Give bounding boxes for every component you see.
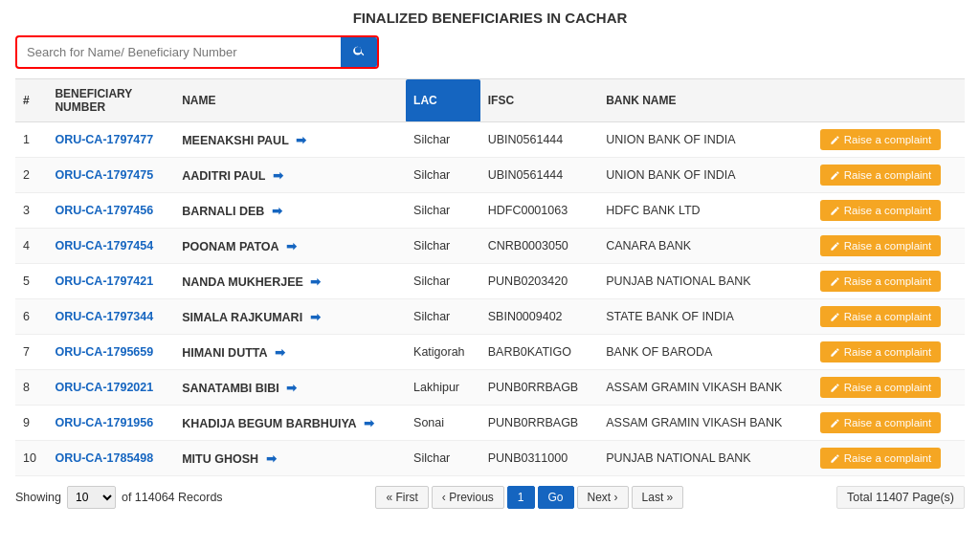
- row-num: 9: [15, 406, 47, 441]
- nav-arrow-icon: ➡: [296, 133, 306, 147]
- nav-arrow-icon: ➡: [310, 310, 321, 324]
- row-name: KHADIJA BEGUM BARBHUIYA ➡: [174, 406, 406, 441]
- raise-complaint-button[interactable]: Raise a complaint: [820, 306, 941, 327]
- beneficiary-link[interactable]: ORU-CA-1797477: [55, 133, 153, 146]
- raise-complaint-button[interactable]: Raise a complaint: [820, 200, 941, 221]
- beneficiary-link[interactable]: ORU-CA-1797454: [55, 239, 153, 253]
- row-action: Raise a complaint: [813, 335, 965, 370]
- row-lac: Silchar: [406, 299, 480, 335]
- row-name: SIMALA RAJKUMARI ➡: [174, 299, 406, 335]
- row-beneficiary-number: ORU-CA-1795659: [47, 335, 174, 370]
- beneficiary-link[interactable]: ORU-CA-1797456: [55, 204, 153, 217]
- row-beneficiary-number: ORU-CA-1797421: [47, 264, 174, 299]
- row-bank: UNION BANK OF INDIA: [598, 122, 813, 158]
- col-ben-number: BENEFICIARYNUMBER: [47, 79, 174, 122]
- raise-complaint-button[interactable]: Raise a complaint: [820, 129, 941, 150]
- next-button[interactable]: Next ›: [577, 486, 629, 509]
- nav-arrow-icon: ➡: [364, 416, 374, 430]
- current-page-button[interactable]: 1: [507, 486, 535, 509]
- row-name: MEENAKSHI PAUL ➡: [174, 122, 406, 158]
- table-row: 6ORU-CA-1797344SIMALA RAJKUMARI ➡Silchar…: [15, 299, 965, 335]
- total-pages: Total 11407 Page(s): [836, 486, 965, 509]
- nav-arrow-icon: ➡: [286, 239, 297, 253]
- row-ifsc: UBIN0561444: [480, 158, 598, 193]
- row-bank: HDFC BANK LTD: [598, 193, 813, 229]
- beneficiary-link[interactable]: ORU-CA-1797344: [55, 310, 153, 323]
- row-ifsc: HDFC0001063: [480, 193, 598, 229]
- row-num: 4: [15, 229, 47, 264]
- showing-section: Showing 10 25 50 100 of 114064 Records: [15, 486, 223, 509]
- row-num: 7: [15, 335, 47, 370]
- row-action: Raise a complaint: [813, 406, 965, 441]
- pagination-buttons: « First ‹ Previous 1 Go Next › Last »: [375, 486, 683, 509]
- page-title: FINALIZED BENEFICIARIES IN CACHAR: [15, 10, 965, 26]
- raise-complaint-button[interactable]: Raise a complaint: [820, 235, 941, 256]
- table-row: 4ORU-CA-1797454POONAM PATOA ➡SilcharCNRB…: [15, 229, 965, 264]
- row-beneficiary-number: ORU-CA-1797477: [47, 122, 174, 158]
- search-button[interactable]: [341, 37, 377, 67]
- row-beneficiary-number: ORU-CA-1797475: [47, 158, 174, 193]
- row-lac: Silchar: [406, 122, 480, 158]
- first-button[interactable]: « First: [375, 486, 428, 509]
- beneficiaries-table: # BENEFICIARYNUMBER NAME LAC IFSC BANK N…: [15, 78, 965, 476]
- prev-button[interactable]: ‹ Previous: [432, 486, 504, 509]
- row-bank: PUNJAB NATIONAL BANK: [598, 441, 813, 476]
- row-lac: Silchar: [406, 193, 480, 229]
- row-lac: Silchar: [406, 229, 480, 264]
- row-bank: BANK OF BARODA: [598, 335, 813, 370]
- row-num: 5: [15, 264, 47, 299]
- row-bank: CANARA BANK: [598, 229, 813, 264]
- raise-complaint-button[interactable]: Raise a complaint: [820, 271, 941, 292]
- beneficiary-link[interactable]: ORU-CA-1792021: [55, 381, 153, 394]
- row-action: Raise a complaint: [813, 122, 965, 158]
- row-name: POONAM PATOA ➡: [174, 229, 406, 264]
- table-row: 9ORU-CA-1791956KHADIJA BEGUM BARBHUIYA ➡…: [15, 406, 965, 441]
- beneficiary-link[interactable]: ORU-CA-1795659: [55, 345, 153, 359]
- table-row: 2ORU-CA-1797475AADITRI PAUL ➡SilcharUBIN…: [15, 158, 965, 193]
- search-input[interactable]: [17, 38, 341, 66]
- pencil-icon: [830, 312, 840, 322]
- col-name: NAME: [174, 79, 406, 122]
- row-lac: Silchar: [406, 158, 480, 193]
- row-beneficiary-number: ORU-CA-1792021: [47, 370, 174, 406]
- beneficiary-link[interactable]: ORU-CA-1785498: [55, 451, 153, 465]
- showing-label: Showing: [15, 491, 61, 504]
- col-bank: BANK NAME: [598, 79, 813, 122]
- go-button[interactable]: Go: [538, 486, 574, 509]
- pencil-icon: [830, 206, 840, 216]
- raise-complaint-button[interactable]: Raise a complaint: [820, 165, 941, 186]
- row-name: NANDA MUKHERJEE ➡: [174, 264, 406, 299]
- table-row: 1ORU-CA-1797477MEENAKSHI PAUL ➡SilcharUB…: [15, 122, 965, 158]
- row-ifsc: PUNB0RRBAGB: [480, 370, 598, 406]
- raise-complaint-button[interactable]: Raise a complaint: [820, 448, 941, 469]
- nav-arrow-icon: ➡: [310, 274, 321, 289]
- search-icon: [352, 44, 366, 57]
- beneficiary-link[interactable]: ORU-CA-1797475: [55, 168, 153, 182]
- beneficiary-link[interactable]: ORU-CA-1791956: [55, 416, 153, 429]
- row-name: HIMANI DUTTA ➡: [174, 335, 406, 370]
- beneficiaries-table-container: # BENEFICIARYNUMBER NAME LAC IFSC BANK N…: [15, 78, 965, 476]
- raise-complaint-button[interactable]: Raise a complaint: [820, 377, 941, 398]
- search-bar: [15, 35, 379, 69]
- raise-complaint-button[interactable]: Raise a complaint: [820, 412, 941, 433]
- nav-arrow-icon: ➡: [272, 204, 282, 218]
- row-num: 10: [15, 441, 47, 476]
- row-action: Raise a complaint: [813, 299, 965, 335]
- raise-complaint-button[interactable]: Raise a complaint: [820, 341, 941, 362]
- of-records-label: of 114064 Records: [122, 491, 223, 504]
- pencil-icon: [830, 347, 840, 358]
- last-button[interactable]: Last »: [632, 486, 684, 509]
- pencil-icon: [830, 135, 840, 145]
- nav-arrow-icon: ➡: [266, 451, 277, 466]
- col-num: #: [15, 79, 47, 122]
- beneficiary-link[interactable]: ORU-CA-1797421: [55, 274, 153, 288]
- row-num: 3: [15, 193, 47, 229]
- pagination-bar: Showing 10 25 50 100 of 114064 Records «…: [15, 486, 965, 509]
- row-bank: PUNJAB NATIONAL BANK: [598, 264, 813, 299]
- pencil-icon: [830, 170, 840, 181]
- row-bank: STATE BANK OF INDIA: [598, 299, 813, 335]
- nav-arrow-icon: ➡: [273, 168, 283, 183]
- row-beneficiary-number: ORU-CA-1797344: [47, 299, 174, 335]
- row-lac: Silchar: [406, 264, 480, 299]
- showing-select[interactable]: 10 25 50 100: [67, 486, 116, 509]
